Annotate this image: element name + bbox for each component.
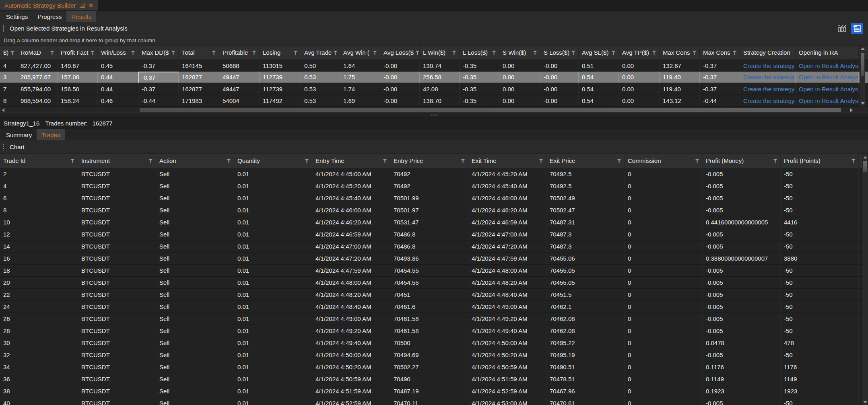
column-header[interactable]: L Loss($) (460, 45, 499, 60)
create-strategy-link[interactable]: Create the strategy (740, 60, 796, 71)
filter-icon[interactable] (611, 50, 616, 55)
column-header[interactable]: S Loss($) (540, 45, 579, 60)
table-row[interactable]: 36BTCUSDTSell0.014/1/2024 4:50:59 AM7049… (0, 373, 868, 385)
filter-icon[interactable] (732, 50, 737, 55)
column-header[interactable]: Instrument (78, 154, 156, 168)
table-row[interactable]: 7855,794.00156.500.44-0.3716287749447112… (0, 83, 868, 95)
table-row[interactable]: 8BTCUSDTSell0.014/1/2024 4:46:00 AM70501… (0, 204, 868, 216)
column-header[interactable]: Avg SL($) (579, 45, 619, 60)
column-header[interactable]: Profit (Points) (781, 154, 859, 168)
create-strategy-link[interactable]: Create the strategy (740, 95, 796, 106)
column-header[interactable]: RoMaD (17, 45, 58, 60)
strategies-vertical-scrollbar[interactable] (860, 45, 865, 107)
splitter-grip-icon[interactable] (430, 114, 438, 116)
filter-icon[interactable] (90, 50, 95, 55)
table-row[interactable]: 12BTCUSDTSell0.014/1/2024 4:46:59 AM7048… (0, 228, 868, 241)
filter-icon[interactable] (452, 50, 456, 55)
tab-progress[interactable]: Progress (33, 11, 66, 22)
column-header[interactable]: Entry Price (390, 154, 468, 168)
table-row[interactable]: 40BTCUSDTSell0.014/1/2024 4:52:59 AM7047… (0, 397, 868, 405)
filter-icon[interactable] (383, 158, 387, 163)
filter-icon[interactable] (10, 50, 14, 55)
column-header[interactable]: Entry Time (312, 154, 390, 168)
filter-icon[interactable] (148, 158, 153, 163)
column-header[interactable]: Trade Id (0, 154, 78, 168)
toolbar-drag-grip-icon[interactable] (3, 144, 4, 150)
table-row[interactable]: 32BTCUSDTSell0.014/1/2024 4:50:00 AM7049… (0, 349, 868, 361)
filter-icon[interactable] (227, 158, 231, 163)
filter-icon[interactable] (617, 158, 621, 163)
open-in-result-analysis-link[interactable]: Open in Result Analys (796, 60, 859, 71)
toolbar-drag-grip-icon[interactable] (3, 25, 4, 32)
scroll-right-icon[interactable] (850, 108, 853, 112)
open-selected-strategies-button[interactable]: Open Selected Strategies in Result Analy… (10, 25, 128, 32)
open-in-result-analysis-link[interactable]: Open in Result Analys (796, 95, 859, 106)
create-strategy-link[interactable]: Create the strategy (740, 83, 796, 95)
grid-view-icon[interactable] (851, 23, 863, 34)
table-row[interactable]: 3285,977.67157.080.44-0.3716287749447112… (0, 72, 868, 83)
column-chooser-icon[interactable] (836, 23, 848, 34)
table-row[interactable]: 34BTCUSDTSell0.014/1/2024 4:50:20 AM7050… (0, 361, 868, 373)
filter-icon[interactable] (293, 50, 298, 55)
chart-button[interactable]: Chart (10, 144, 25, 150)
create-strategy-link[interactable]: Create the strategy (740, 72, 796, 83)
column-header[interactable]: Win/Loss (98, 45, 138, 60)
tab-trades[interactable]: Trades (37, 129, 65, 140)
filter-icon[interactable] (851, 158, 856, 163)
table-row[interactable]: 24BTCUSDTSell0.014/1/2024 4:48:40 AM7046… (0, 301, 868, 313)
column-header[interactable]: Action (156, 154, 234, 168)
float-window-icon[interactable] (80, 3, 85, 8)
column-header[interactable]: Total (179, 45, 219, 60)
filter-icon[interactable] (533, 50, 537, 55)
scrollbar-thumb[interactable] (861, 53, 864, 76)
column-header[interactable]: Opening in RA (796, 45, 859, 60)
column-header[interactable]: $) (0, 45, 17, 60)
column-header[interactable]: Exit Time (468, 154, 546, 168)
column-header[interactable]: Avg Loss($ (380, 45, 420, 60)
filter-icon[interactable] (461, 158, 465, 163)
filter-icon[interactable] (695, 158, 699, 163)
column-header[interactable]: Commission (625, 154, 703, 168)
table-row[interactable]: 4827,427.00149.670.45-0.3716414550688113… (0, 60, 868, 72)
close-icon[interactable]: ✕ (89, 2, 94, 8)
filter-icon[interactable] (171, 50, 175, 55)
strategies-horizontal-scrollbar[interactable] (0, 107, 868, 113)
column-header[interactable]: Max Cons (700, 45, 740, 60)
scroll-up-icon[interactable] (863, 156, 867, 158)
filter-icon[interactable] (252, 50, 256, 55)
table-row[interactable]: 22BTCUSDTSell0.014/1/2024 4:48:20 AM7045… (0, 289, 868, 301)
scroll-down-icon[interactable] (863, 401, 867, 403)
scrollbar-thumb[interactable] (863, 161, 867, 172)
filter-icon[interactable] (333, 50, 338, 55)
table-row[interactable]: 2BTCUSDTSell0.014/1/2024 4:45:00 AM70492… (0, 168, 868, 180)
scrollbar-thumb[interactable] (140, 108, 841, 112)
tab-results[interactable]: Results (66, 11, 96, 22)
table-row[interactable]: 8908,594.00158.240.46-0.4417198354004117… (0, 95, 868, 107)
scroll-left-icon[interactable] (2, 108, 4, 112)
column-header[interactable]: Avg Win ( (340, 45, 380, 60)
filter-icon[interactable] (212, 50, 216, 55)
filter-icon[interactable] (373, 50, 377, 55)
table-row[interactable]: 10BTCUSDTSell0.014/1/2024 4:46:20 AM7053… (0, 216, 868, 228)
column-header[interactable]: Profitable (219, 45, 260, 60)
table-row[interactable]: 20BTCUSDTSell0.014/1/2024 4:48:00 AM7045… (0, 277, 868, 289)
filter-icon[interactable] (571, 50, 575, 55)
tab-summary[interactable]: Summary (1, 129, 37, 140)
column-header[interactable]: Exit Price (546, 154, 625, 168)
panel-splitter[interactable] (0, 113, 868, 117)
table-row[interactable]: 26BTCUSDTSell0.014/1/2024 4:49:00 AM7046… (0, 313, 868, 325)
tab-settings[interactable]: Settings (1, 11, 33, 22)
filter-icon[interactable] (131, 50, 135, 55)
column-header[interactable]: Max DD($ (138, 45, 179, 60)
filter-icon[interactable] (692, 50, 697, 55)
open-in-result-analysis-link[interactable]: Open in Result Analys (796, 72, 859, 83)
table-row[interactable]: 38BTCUSDTSell0.014/1/2024 4:51:59 AM7048… (0, 385, 868, 397)
column-header[interactable]: Avg Trade (301, 45, 340, 60)
filter-icon[interactable] (492, 50, 496, 55)
scroll-up-icon[interactable] (861, 47, 865, 50)
column-header[interactable]: Profit Fact (58, 45, 98, 60)
column-header[interactable]: Profit (Money) (703, 154, 781, 168)
column-header[interactable]: Quantity (234, 154, 312, 168)
filter-icon[interactable] (50, 50, 54, 55)
document-tab[interactable]: Automatic Strategy Builder ✕ (0, 0, 98, 10)
